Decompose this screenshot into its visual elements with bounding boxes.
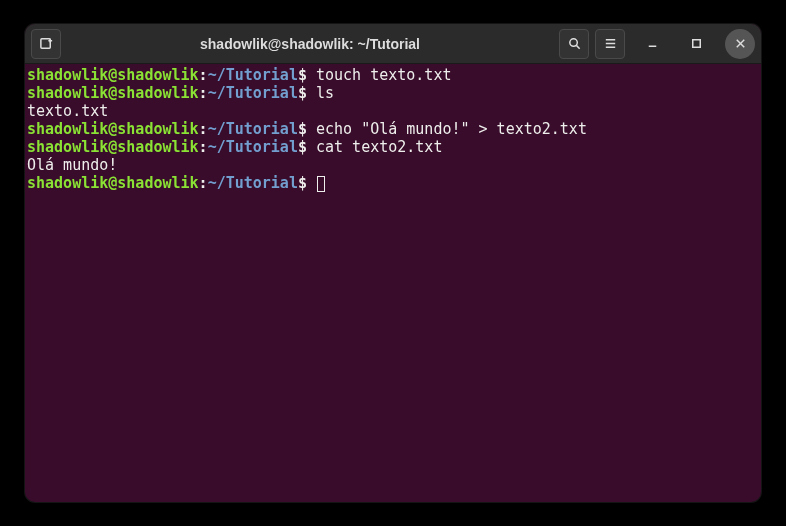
menu-button[interactable]	[595, 29, 625, 59]
new-tab-icon	[39, 36, 54, 51]
prompt-dollar: $	[298, 174, 307, 192]
prompt-path: ~/Tutorial	[208, 84, 298, 102]
terminal-window: shadowlik@shadowlik: ~/Tutorial	[25, 24, 761, 502]
close-button[interactable]	[725, 29, 755, 59]
window-title: shadowlik@shadowlik: ~/Tutorial	[67, 36, 553, 52]
terminal-body[interactable]: shadowlik@shadowlik:~/Tutorial$ touch te…	[25, 64, 761, 502]
new-tab-button[interactable]	[31, 29, 61, 59]
prompt-dollar: $	[298, 84, 307, 102]
prompt-path: ~/Tutorial	[208, 138, 298, 156]
prompt-path: ~/Tutorial	[208, 120, 298, 138]
prompt-separator: :	[199, 138, 208, 156]
prompt-user-host: shadowlik@shadowlik	[27, 174, 199, 192]
prompt-separator: :	[199, 120, 208, 138]
prompt-user-host: shadowlik@shadowlik	[27, 138, 199, 156]
search-icon	[567, 36, 582, 51]
prompt-separator: :	[199, 174, 208, 192]
search-button[interactable]	[559, 29, 589, 59]
command-text: cat texto2.txt	[307, 138, 442, 156]
prompt-line: shadowlik@shadowlik:~/Tutorial$ cat text…	[27, 138, 759, 156]
svg-point-3	[569, 39, 577, 47]
prompt-path: ~/Tutorial	[208, 174, 298, 192]
minimize-icon	[645, 36, 660, 51]
prompt-dollar: $	[298, 138, 307, 156]
cursor	[317, 176, 325, 192]
window-controls	[637, 29, 755, 59]
output-line: Olá mundo!	[27, 156, 759, 174]
prompt-line: shadowlik@shadowlik:~/Tutorial$ ls	[27, 84, 759, 102]
prompt-line: shadowlik@shadowlik:~/Tutorial$ echo "Ol…	[27, 120, 759, 138]
maximize-button[interactable]	[681, 29, 711, 59]
svg-line-4	[576, 45, 579, 48]
prompt-line: shadowlik@shadowlik:~/Tutorial$ touch te…	[27, 66, 759, 84]
prompt-separator: :	[199, 84, 208, 102]
hamburger-icon	[603, 36, 618, 51]
titlebar: shadowlik@shadowlik: ~/Tutorial	[25, 24, 761, 64]
prompt-user-host: shadowlik@shadowlik	[27, 66, 199, 84]
command-text: echo "Olá mundo!" > texto2.txt	[307, 120, 587, 138]
prompt-path: ~/Tutorial	[208, 66, 298, 84]
prompt-user-host: shadowlik@shadowlik	[27, 84, 199, 102]
svg-rect-9	[692, 40, 700, 48]
output-line: texto.txt	[27, 102, 759, 120]
output-text: Olá mundo!	[27, 156, 117, 174]
prompt-dollar: $	[298, 120, 307, 138]
prompt-user-host: shadowlik@shadowlik	[27, 120, 199, 138]
command-text	[307, 174, 316, 192]
minimize-button[interactable]	[637, 29, 667, 59]
prompt-dollar: $	[298, 66, 307, 84]
command-text: ls	[307, 84, 334, 102]
command-text: touch texto.txt	[307, 66, 452, 84]
prompt-line: shadowlik@shadowlik:~/Tutorial$	[27, 174, 759, 192]
prompt-separator: :	[199, 66, 208, 84]
close-icon	[733, 36, 748, 51]
output-text: texto.txt	[27, 102, 108, 120]
maximize-icon	[689, 36, 704, 51]
